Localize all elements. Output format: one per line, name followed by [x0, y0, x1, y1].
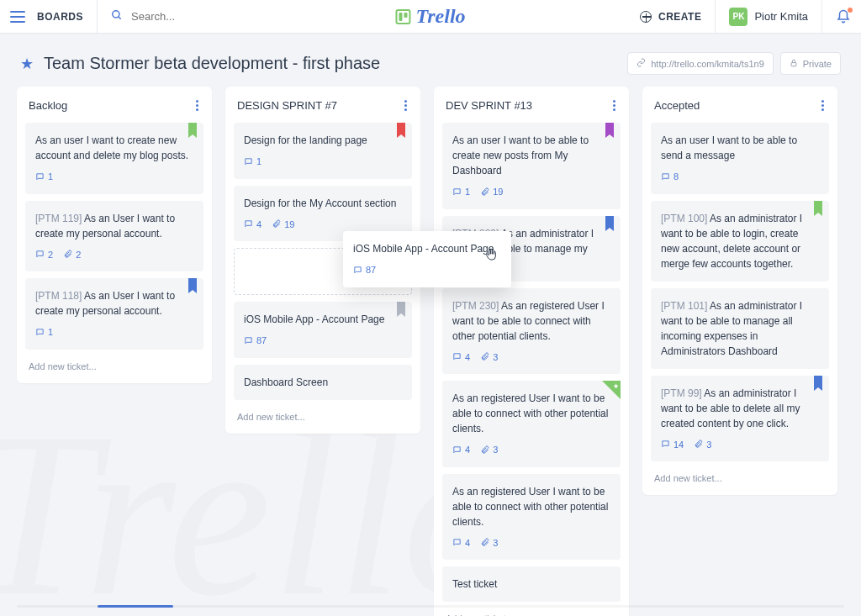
card-text: Dashboard Screen — [244, 376, 328, 388]
star-icon[interactable]: ★ — [20, 55, 34, 73]
more-icon[interactable] — [820, 98, 826, 113]
list-title: Accepted — [654, 99, 700, 112]
card[interactable]: [PTM 230] As an registered User I want t… — [442, 288, 621, 375]
search-icon — [111, 9, 123, 24]
card-text: As an user I want to create new account … — [35, 134, 188, 161]
username: Piotr Kmita — [754, 10, 808, 23]
comment-meta: 4 — [244, 218, 261, 232]
boards-button[interactable]: BOARDS — [37, 11, 83, 23]
card[interactable]: Design for the landing page1 — [234, 123, 412, 179]
bookmark-icon — [605, 216, 614, 231]
card-text: Design for the My Account section — [244, 197, 396, 209]
card[interactable]: [PTM 99] As an administrator I want to b… — [651, 376, 829, 462]
card-text: iOS Mobile App - Account Page — [244, 313, 384, 325]
card-tag: [PTM 100] — [661, 213, 707, 224]
topbar: BOARDS Trello CREATE PK Piotr Kmita — [0, 0, 861, 34]
card[interactable]: [PTM 119] As an User I want to create my… — [25, 201, 203, 272]
card[interactable]: [PTM 101] As an administrator I want to … — [651, 288, 829, 369]
board-url-pill[interactable]: http://trello.com/kmita/ts1n9 — [627, 52, 774, 75]
bookmark-icon — [188, 123, 197, 138]
card[interactable]: As an registered User I want to be able … — [442, 381, 621, 467]
scrollbar-thumb[interactable] — [98, 605, 173, 608]
list-title: Backlog — [29, 99, 67, 112]
card[interactable]: iOS Mobile App - Account Page87 — [234, 302, 412, 358]
plus-icon — [640, 11, 652, 23]
bookmark-icon — [605, 123, 614, 138]
logo[interactable]: Trello — [395, 5, 465, 28]
comment-meta: 4 — [452, 536, 470, 550]
card-tag: [PTM 119] — [35, 213, 82, 224]
card-tag: [PTM 101] — [661, 300, 707, 312]
cursor-icon — [484, 247, 498, 265]
list-title: DEV SPRINT #13 — [446, 99, 532, 112]
create-button[interactable]: CREATE — [640, 11, 701, 23]
menu-icon[interactable] — [10, 11, 25, 23]
list: DEV SPRINT #13As an user I want to be ab… — [434, 87, 629, 616]
card[interactable]: Test ticket — [442, 566, 621, 602]
add-ticket-button[interactable]: Add new ticket... — [442, 608, 621, 616]
card-tag: [PTM 230] — [452, 300, 499, 312]
privacy-pill[interactable]: Private — [780, 52, 841, 75]
more-icon[interactable] — [403, 98, 409, 113]
board-body: BacklogAs an user I want to create new a… — [0, 87, 861, 616]
card[interactable]: Dashboard Screen — [234, 365, 412, 400]
list-title: DESIGN SPRINT #7 — [237, 99, 337, 112]
attachment-meta: 3 — [694, 438, 711, 452]
add-ticket-button[interactable]: Add new ticket... — [651, 468, 829, 483]
svg-point-0 — [113, 10, 119, 17]
card-text: As an user I want to be able to send a m… — [661, 134, 797, 161]
card[interactable]: As an registered User I want to be able … — [442, 474, 621, 561]
bookmark-icon — [814, 201, 822, 216]
add-ticket-button[interactable]: Add new ticket... — [25, 356, 203, 371]
search-input[interactable] — [131, 10, 266, 23]
divider — [97, 0, 98, 34]
comment-meta: 4 — [452, 350, 470, 365]
card-text: Test ticket — [452, 578, 497, 590]
list: BacklogAs an user I want to create new a… — [17, 87, 212, 383]
svg-rect-2 — [791, 62, 796, 66]
card-text: Design for the landing page — [244, 134, 367, 146]
bookmark-icon — [397, 123, 405, 138]
logo-text: Trello — [415, 5, 465, 28]
attachment-meta: 19 — [480, 185, 503, 199]
bookmark-icon — [814, 376, 822, 391]
card-text: As an user I want to be able to create n… — [452, 134, 589, 176]
comment-meta: 1 — [244, 155, 261, 169]
comment-meta: 87 — [244, 334, 267, 348]
horizontal-scrollbar[interactable] — [17, 605, 844, 608]
card[interactable]: As an user I want to be able to create n… — [442, 123, 621, 209]
comment-meta: 87 — [353, 263, 376, 277]
card-text: As an registered User I want to be able … — [452, 486, 608, 528]
card[interactable]: As an user I want to be able to send a m… — [651, 123, 829, 194]
card[interactable]: As an user I want to create new account … — [25, 123, 203, 194]
lock-icon — [790, 59, 798, 69]
board-header: ★ Team Stormer beta development - first … — [0, 34, 861, 87]
more-icon[interactable] — [194, 98, 200, 113]
card[interactable]: [PTM 118] As an User I want to create my… — [25, 278, 203, 350]
logo-icon — [395, 9, 410, 24]
star-corner-icon — [602, 381, 621, 399]
bell-icon[interactable] — [836, 9, 851, 24]
divider — [821, 0, 822, 34]
comment-meta: 8 — [661, 170, 679, 184]
privacy-label: Private — [803, 59, 832, 69]
add-ticket-button[interactable]: Add new ticket... — [234, 407, 412, 422]
avatar[interactable]: PK — [729, 8, 747, 26]
create-label: CREATE — [658, 11, 701, 23]
attachment-meta: 19 — [272, 218, 294, 232]
comment-meta: 1 — [35, 325, 53, 340]
search-wrap — [111, 9, 296, 24]
attachment-meta: 3 — [480, 536, 498, 550]
comment-meta: 1 — [35, 170, 53, 184]
card[interactable]: [PTM 100] As an administrator I want to … — [651, 201, 829, 282]
list: AcceptedAs an user I want to be able to … — [642, 87, 837, 495]
comment-meta: 14 — [661, 438, 684, 452]
attachment-meta: 2 — [63, 248, 81, 262]
attachment-meta: 3 — [480, 350, 498, 365]
divider — [715, 0, 716, 34]
comment-meta: 1 — [452, 185, 470, 199]
card-text: As an registered User I want to be able … — [452, 392, 608, 434]
bookmark-icon — [397, 302, 405, 317]
more-icon[interactable] — [611, 98, 617, 113]
board-url-text: http://trello.com/kmita/ts1n9 — [651, 59, 764, 69]
